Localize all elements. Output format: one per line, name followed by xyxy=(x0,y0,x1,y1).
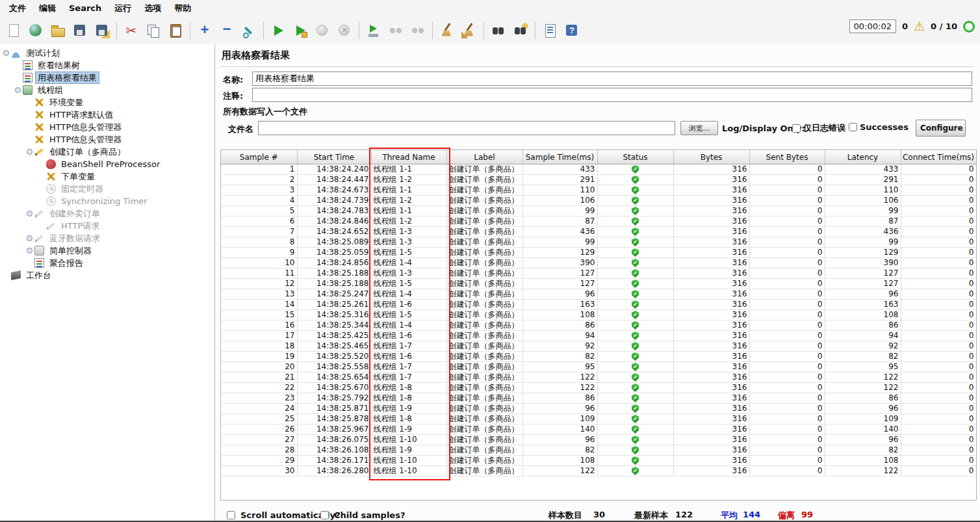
tree-item[interactable]: 线程组 xyxy=(0,84,214,96)
errors-only-label[interactable]: 仅日志错误 xyxy=(803,122,845,134)
comment-input[interactable] xyxy=(252,88,972,102)
warning-triangle-icon[interactable]: ⚠ xyxy=(914,20,925,33)
templates-button[interactable] xyxy=(25,20,46,41)
table-row[interactable]: 1514:38:25.316线程组 1-5创建订单（多商品）1083160108… xyxy=(221,310,976,320)
remote-stop-button[interactable] xyxy=(407,20,428,41)
table-row[interactable]: 2314:38:25.792线程组 1-8创建订单（多商品）863160860 xyxy=(221,393,976,404)
column-header-3[interactable]: Thread Name xyxy=(371,150,446,164)
table-row[interactable]: 2814:38:26.108线程组 1-9创建订单（多商品）823160820 xyxy=(221,445,976,456)
column-header-10[interactable]: Connect Time(ms) xyxy=(901,150,976,164)
table-row[interactable]: 914:38:25.059线程组 1-5创建订单（多商品）12931601290 xyxy=(221,248,976,258)
table-row[interactable]: 714:38:24.652线程组 1-3创建订单（多商品）43631604360 xyxy=(221,227,976,237)
tree-item[interactable]: 蓝牙数据请求 xyxy=(0,232,214,244)
column-header-9[interactable]: Latency xyxy=(825,150,901,164)
start-no-timers-button[interactable] xyxy=(290,20,311,41)
table-row[interactable]: 1814:38:25.465线程组 1-7创建订单（多商品）923160920 xyxy=(221,341,976,352)
function-helper-button[interactable] xyxy=(539,20,560,41)
clear-button[interactable] xyxy=(437,20,458,41)
expand-handle-icon[interactable] xyxy=(26,247,33,254)
save-as-button[interactable] xyxy=(92,20,112,41)
tree-item[interactable]: HTTP请求默认值 xyxy=(0,109,214,121)
errors-only-checkbox[interactable] xyxy=(792,124,801,133)
expand-handle-icon[interactable] xyxy=(26,148,33,155)
browse-button[interactable]: 浏览... xyxy=(680,121,718,135)
help-button[interactable] xyxy=(561,20,582,41)
stop-button[interactable] xyxy=(312,20,333,41)
table-row[interactable]: 2714:38:26.075线程组 1-10创建订单（多商品）963160960 xyxy=(221,435,976,445)
table-row[interactable]: 814:38:25.089线程组 1-3创建订单（多商品）993160990 xyxy=(221,237,976,248)
table-row[interactable]: 2114:38:25.654线程组 1-7创建订单（多商品）1223160122… xyxy=(221,372,976,383)
table-row[interactable]: 514:38:24.783线程组 1-1创建订单（多商品）993160990 xyxy=(221,206,976,216)
column-header-8[interactable]: Sent Bytes xyxy=(749,150,825,164)
open-file-button[interactable] xyxy=(47,20,68,41)
table-row[interactable]: 1614:38:25.344线程组 1-4创建订单（多商品）863160860 xyxy=(221,320,976,331)
search-button[interactable] xyxy=(488,20,509,41)
expand-handle-icon[interactable] xyxy=(3,49,10,57)
child-samples-label[interactable]: Child samples? xyxy=(334,510,405,520)
tree-item[interactable]: HTTP请求 xyxy=(0,220,214,232)
table-row[interactable]: 1314:38:25.247线程组 1-4创建订单（多商品）963160960 xyxy=(221,289,976,300)
menu-item-3[interactable]: Search xyxy=(62,1,108,15)
table-row[interactable]: 2514:38:25.878线程组 1-8创建订单（多商品）1093160109… xyxy=(221,414,976,424)
tree-item[interactable]: 工作台 xyxy=(0,269,214,281)
table-row[interactable]: 314:38:24.673线程组 1-1创建订单（多商品）11031601100 xyxy=(221,185,976,196)
column-header-5[interactable]: Sample Time(ms) xyxy=(522,150,597,164)
tree-item[interactable]: 创建订单（多商品） xyxy=(0,146,214,158)
table-row[interactable]: 614:38:24.846线程组 1-2创建订单（多商品）873160870 xyxy=(221,216,976,227)
tree-item[interactable]: 固定定时器 xyxy=(0,183,214,195)
column-header-6[interactable]: Status xyxy=(597,150,673,164)
filename-input[interactable] xyxy=(258,121,675,135)
tree-item[interactable]: BeanShell PreProcessor xyxy=(0,158,214,170)
child-samples-checkbox[interactable] xyxy=(320,511,329,519)
start-button[interactable] xyxy=(268,20,289,41)
table-row[interactable]: 214:38:24.447线程组 1-2创建订单（多商品）29131602910 xyxy=(221,175,976,185)
menu-item-6[interactable]: 帮助 xyxy=(168,1,198,16)
paste-button[interactable] xyxy=(165,20,186,41)
tree-item[interactable]: 环境变量 xyxy=(0,96,214,109)
search-reset-button[interactable] xyxy=(510,20,531,41)
tree-item[interactable]: 测试计划 xyxy=(0,47,214,59)
cut-button[interactable] xyxy=(121,20,142,41)
table-row[interactable]: 2914:38:26.171线程组 1-10创建订单（多商品）108316010… xyxy=(221,456,976,466)
configure-button[interactable]: Configure xyxy=(916,120,966,137)
shutdown-button[interactable] xyxy=(334,20,355,41)
remote-start-button[interactable] xyxy=(363,20,384,41)
column-header-1[interactable]: Sample # xyxy=(221,150,297,164)
table-row[interactable]: 1014:38:24.856线程组 1-4创建订单（多商品）3903160390… xyxy=(221,258,976,268)
table-row[interactable]: 2614:38:25.967线程组 1-9创建订单（多商品）1403160140… xyxy=(221,424,976,435)
menu-item-2[interactable]: 编辑 xyxy=(32,1,62,16)
new-plan-button[interactable] xyxy=(3,20,24,41)
successes-checkbox[interactable] xyxy=(849,123,857,131)
copy-button[interactable] xyxy=(143,20,164,41)
table-row[interactable]: 1914:38:25.520线程组 1-6创建订单（多商品）823160820 xyxy=(221,352,976,362)
expand-handle-icon[interactable] xyxy=(26,235,33,242)
column-header-7[interactable]: Bytes xyxy=(673,150,749,164)
toggle-button[interactable] xyxy=(239,20,259,41)
tree-item[interactable]: 简单控制器 xyxy=(0,244,214,257)
clear-all-button[interactable] xyxy=(459,20,480,41)
collapse-all-button[interactable] xyxy=(216,20,237,41)
menu-item-4[interactable]: 运行 xyxy=(108,1,138,16)
expand-handle-icon[interactable] xyxy=(14,86,21,94)
tree-item[interactable]: 用表格察看结果 xyxy=(0,72,214,84)
expand-all-button[interactable] xyxy=(194,20,215,41)
table-row[interactable]: 3014:38:26.280线程组 1-10创建订单（多商品）122316012… xyxy=(221,466,976,476)
tree-item[interactable]: 下单变量 xyxy=(0,170,214,183)
scroll-automatically-checkbox[interactable] xyxy=(227,511,235,519)
menu-item-1[interactable]: 文件 xyxy=(3,1,32,16)
table-row[interactable]: 1214:38:25.188线程组 1-5创建订单（多商品）1273160127… xyxy=(221,279,976,289)
tree-item[interactable]: HTTP信息头管理器 xyxy=(0,133,214,146)
table-row[interactable]: 2414:38:25.871线程组 1-9创建订单（多商品）963160960 xyxy=(221,404,976,414)
tree-item[interactable]: HTTP信息头管理器 xyxy=(0,121,214,133)
tree-item[interactable]: Synchronizing Timer xyxy=(0,195,214,207)
table-row[interactable]: 1714:38:25.425线程组 1-6创建订单（多商品）943160940 xyxy=(221,331,976,341)
column-header-2[interactable]: Start Time xyxy=(297,150,371,164)
remote-start-all-button[interactable] xyxy=(385,20,406,41)
column-header-4[interactable]: Label xyxy=(446,150,522,164)
save-button[interactable] xyxy=(70,20,90,41)
tree-item[interactable]: 创建外卖订单 xyxy=(0,207,214,220)
table-row[interactable]: 1114:38:25.188线程组 1-3创建订单（多商品）1273160127… xyxy=(221,268,976,279)
table-row[interactable]: 1414:38:25.261线程组 1-6创建订单（多商品）1633160163… xyxy=(221,300,976,310)
table-row[interactable]: 2014:38:25.558线程组 1-7创建订单（多商品）953160950 xyxy=(221,362,976,372)
table-row[interactable]: 2214:38:25.670线程组 1-8创建订单（多商品）1223160122… xyxy=(221,383,976,393)
